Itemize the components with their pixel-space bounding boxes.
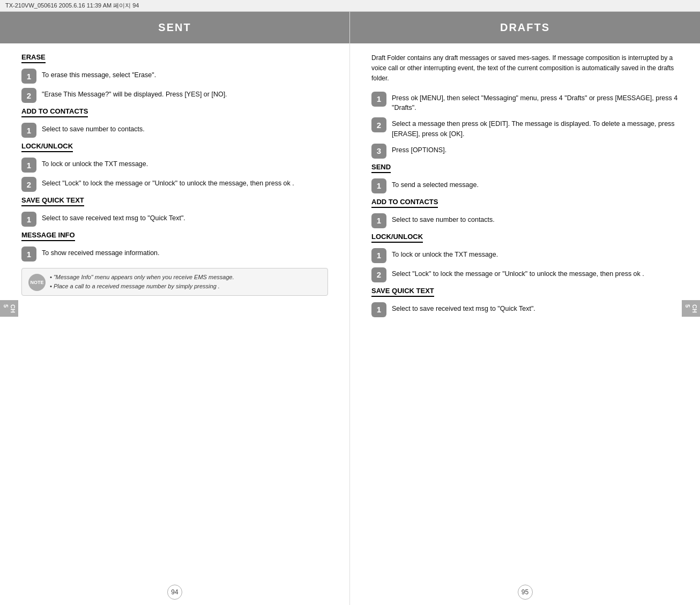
left-page: CH 5 SENT ERASE 1 To erase this message,…	[0, 12, 350, 605]
step-badge-send-1: 1	[371, 178, 386, 193]
step-badge-drafts-2: 2	[371, 117, 386, 132]
step-badge-add-1: 1	[21, 123, 36, 138]
page-number-right: 95	[518, 585, 533, 600]
step-send-1: 1 To send a selected message.	[371, 178, 679, 193]
section-title-msg-info: MESSAGE INFO	[21, 231, 75, 241]
step-text-erase-1: To erase this message, select "Erase".	[42, 69, 156, 80]
step-sqt-right-1: 1 Select to save received text msg to "Q…	[371, 302, 679, 317]
section-title-erase: ERASE	[21, 53, 46, 63]
left-page-content: ERASE 1 To erase this message, select "E…	[0, 53, 349, 296]
step-erase-2: 2 "Erase This Message?" will be displaye…	[21, 88, 328, 103]
right-page-content: Draft Folder contains any draft messages…	[350, 53, 700, 317]
step-badge-2: 2	[21, 88, 36, 103]
left-page-header: SENT	[0, 12, 349, 43]
step-text-lockr-1: To lock or unlock the TXT message.	[392, 248, 498, 260]
chapter-tab-left: CH 5	[0, 300, 18, 317]
step-lock-1: 1 To lock or unlock the TXT message.	[21, 158, 328, 173]
section-message-info: MESSAGE INFO 1 To show received message …	[21, 231, 328, 262]
step-drafts-3: 3 Press [OPTIONS].	[371, 144, 679, 159]
section-save-quick-text: SAVE QUICK TEXT 1 Select to save receive…	[21, 196, 328, 227]
step-badge-lock-2: 2	[21, 177, 36, 192]
step-add-contacts-right-1: 1 Select to save number to contacts.	[371, 213, 679, 228]
section-add-contacts: ADD TO CONTACTS 1 Select to save number …	[21, 107, 328, 138]
note-box: NOTE • "Message Info" menu appears only …	[21, 268, 328, 296]
step-text-send-1: To send a selected message.	[392, 178, 479, 190]
section-erase: ERASE 1 To erase this message, select "E…	[21, 53, 328, 103]
step-badge-sqt-1: 1	[21, 212, 36, 227]
step-text-add-1: Select to save number to contacts.	[42, 123, 145, 135]
step-add-contacts-1: 1 Select to save number to contacts.	[21, 123, 328, 138]
section-title-lock-right: LOCK/UNLOCK	[371, 233, 423, 243]
section-save-quick-text-right: SAVE QUICK TEXT 1 Select to save receive…	[371, 287, 679, 317]
step-text-msginfo-1: To show received message information.	[42, 247, 160, 258]
right-page: CH 5 DRAFTS Draft Folder contains any dr…	[350, 12, 700, 605]
step-text-atcr-1: Select to save number to contacts.	[392, 213, 495, 225]
step-lock-right-2: 2 Select "Lock" to lock the message or "…	[371, 267, 679, 282]
step-drafts-2: 2 Select a message then press ok [EDIT].…	[371, 117, 679, 139]
section-title-add-contacts-right: ADD TO CONTACTS	[371, 198, 438, 208]
step-text-lock-2: Select "Lock" to lock the message or "Un…	[42, 177, 294, 189]
step-lock-2: 2 Select "Lock" to lock the message or "…	[21, 177, 328, 192]
step-badge-drafts-1: 1	[371, 92, 386, 107]
step-badge-1: 1	[21, 69, 36, 84]
section-title-sqt-right: SAVE QUICK TEXT	[371, 287, 434, 297]
page-number-left: 94	[167, 585, 182, 600]
step-badge-msginfo-1: 1	[21, 247, 36, 262]
right-page-header: DRAFTS	[350, 12, 700, 43]
step-text-erase-2: "Erase This Message?" will be displayed.…	[42, 88, 227, 100]
chapter-tab-right: CH 5	[682, 300, 700, 317]
step-text-drafts-2: Select a message then press ok [EDIT]. T…	[392, 117, 679, 139]
section-title-send: SEND	[371, 163, 391, 173]
section-add-contacts-right: ADD TO CONTACTS 1 Select to save number …	[371, 198, 679, 228]
step-badge-lockr-1: 1	[371, 248, 386, 263]
step-text-drafts-3: Press [OPTIONS].	[392, 144, 446, 155]
step-badge-atcr-1: 1	[371, 213, 386, 228]
step-badge-lock-1: 1	[21, 158, 36, 173]
step-drafts-1: 1 Press ok [MENU], then select "Messagin…	[371, 92, 679, 114]
top-bar: TX-210VW_050616 2005.6.16 11:39 AM 페이지 9…	[0, 0, 700, 12]
step-erase-1: 1 To erase this message, select "Erase".	[21, 69, 328, 84]
drafts-intro: Draft Folder contains any draft messages…	[371, 53, 679, 84]
section-title-add-contacts: ADD TO CONTACTS	[21, 107, 88, 117]
step-text-lockr-2: Select "Lock" to lock the message or "Un…	[392, 267, 644, 279]
step-text-drafts-1: Press ok [MENU], then select "Messaging"…	[392, 92, 679, 114]
step-text-sqtr-1: Select to save received text msg to "Qui…	[392, 302, 535, 314]
step-sqt-1: 1 Select to save received text msg to "Q…	[21, 212, 328, 227]
step-badge-sqtr-1: 1	[371, 302, 386, 317]
step-badge-drafts-3: 3	[371, 144, 386, 159]
step-text-lock-1: To lock or unlock the TXT message.	[42, 158, 148, 169]
step-lock-right-1: 1 To lock or unlock the TXT message.	[371, 248, 679, 263]
section-send: SEND 1 To send a selected message.	[371, 163, 679, 193]
step-msginfo-1: 1 To show received message information.	[21, 247, 328, 262]
note-icon: NOTE	[28, 274, 46, 291]
step-text-sqt-1: Select to save received text msg to "Qui…	[42, 212, 185, 223]
section-lock-unlock: LOCK/UNLOCK 1 To lock or unlock the TXT …	[21, 142, 328, 192]
note-text: • "Message Info" menu appears only when …	[50, 273, 234, 290]
step-badge-lockr-2: 2	[371, 267, 386, 282]
section-lock-unlock-right: LOCK/UNLOCK 1 To lock or unlock the TXT …	[371, 233, 679, 282]
section-title-lock: LOCK/UNLOCK	[21, 142, 73, 152]
section-title-save-quick: SAVE QUICK TEXT	[21, 196, 84, 206]
section-drafts-main: 1 Press ok [MENU], then select "Messagin…	[371, 92, 679, 159]
